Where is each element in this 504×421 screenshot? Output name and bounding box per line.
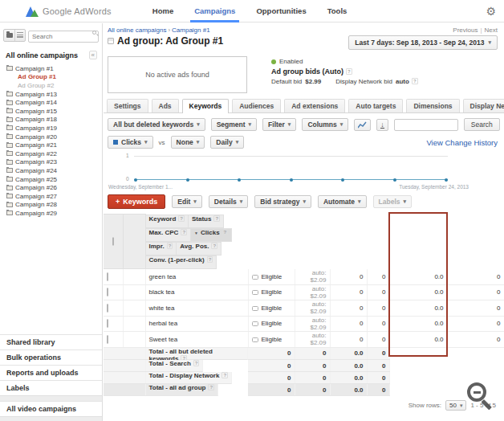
graph-toggle-button[interactable] [354, 119, 371, 131]
tree-item-campaign[interactable]: Campaign #26 [0, 183, 102, 192]
show-rows-select[interactable]: 50 [445, 400, 466, 411]
keyword-cell[interactable]: green tea [145, 269, 248, 285]
tree-item-campaign[interactable]: Campaign #28 [0, 201, 102, 210]
gear-icon[interactable]: ⚙ [486, 6, 496, 17]
row-checkbox[interactable] [107, 335, 108, 344]
date-range-button[interactable]: Last 7 days: Sep 18, 2013 - Sep 24, 2013 [348, 35, 498, 50]
keyword-cell[interactable]: herbal tea [145, 316, 248, 332]
sidebar-item-labels[interactable]: Labels [0, 380, 102, 395]
primary-metric-dropdown[interactable]: Clicks [108, 136, 153, 149]
keyword-cell[interactable]: black tea [145, 284, 248, 300]
keyword-cell[interactable]: white tea [145, 300, 248, 317]
row-select-cell[interactable] [104, 269, 123, 285]
tree-item-campaign[interactable]: Campaign #24 [0, 166, 102, 175]
edit-dropdown[interactable]: Edit [172, 195, 202, 208]
row-select-cell[interactable] [104, 300, 123, 317]
details-dropdown[interactable]: Details [209, 195, 248, 208]
tab-auto-targets[interactable]: Auto targets [348, 99, 403, 112]
tree-item-campaign[interactable]: Campaign #22 [0, 149, 102, 158]
tree-item-adgroup[interactable]: Ad Group #2 [0, 81, 102, 90]
automate-dropdown[interactable]: Automate [318, 195, 367, 208]
status-dot-header[interactable] [123, 215, 145, 269]
secondary-metric-dropdown[interactable]: None [171, 136, 205, 149]
tab-keywords[interactable]: Keywords [182, 99, 230, 113]
col-status[interactable]: Status [189, 215, 224, 228]
col-avg-pos[interactable]: Avg. Pos. [177, 242, 222, 255]
display-bid-value[interactable]: auto [396, 78, 418, 85]
select-all-header[interactable] [104, 215, 123, 269]
max-cpc-cell[interactable]: auto: $2.09 [295, 284, 330, 300]
tab-settings[interactable]: Settings [107, 99, 148, 112]
tree-item-adgroup-selected[interactable]: Ad Group #1 [0, 73, 102, 82]
max-cpc-cell[interactable]: auto: $2.09 [295, 316, 330, 332]
col-clicks-sorted[interactable]: Clicks [191, 228, 232, 242]
nav-campaigns[interactable]: Campaigns [184, 0, 246, 22]
sidebar-item-bulk-operations[interactable]: Bulk operations [0, 349, 102, 365]
tab-ad-extensions[interactable]: Ad extensions [284, 99, 345, 112]
col-impr[interactable]: Impr. [146, 242, 177, 255]
breadcrumb-campaign-1[interactable]: Campaign #1 [172, 27, 210, 34]
all-campaigns-label[interactable]: All online campaigns [6, 51, 78, 59]
collapse-sidebar-icon[interactable] [89, 51, 97, 59]
keyword-cell[interactable]: Sweet tea [145, 332, 248, 348]
select-all-checkbox[interactable] [112, 237, 114, 246]
nav-opportunities[interactable]: Opportunities [246, 0, 316, 22]
segment-dropdown[interactable]: Segment [211, 118, 257, 131]
row-checkbox[interactable] [107, 319, 108, 328]
sidebar-search-input[interactable] [28, 31, 99, 43]
tree-item-campaign[interactable]: Campaign #27 [0, 192, 102, 201]
tab-ads[interactable]: Ads [152, 99, 179, 112]
tree-item-campaign[interactable]: Campaign #23 [0, 158, 102, 167]
next-link[interactable]: Next [485, 27, 498, 34]
adwords-logo-icon [26, 6, 39, 17]
row-checkbox[interactable] [107, 272, 108, 281]
tree-item-campaign[interactable]: Campaign #21 [0, 141, 102, 149]
row-select-cell[interactable] [104, 332, 123, 348]
keyword-search-input[interactable] [394, 119, 458, 131]
row-select-cell[interactable] [104, 316, 123, 332]
nav-tools[interactable]: Tools [317, 0, 358, 22]
max-cpc-cell[interactable]: auto: $2.09 [295, 300, 330, 317]
row-checkbox[interactable] [107, 288, 108, 296]
col-conv[interactable]: Conv. (1-per-click) [146, 255, 217, 269]
tree-item-campaign[interactable]: Campaign #13 [0, 90, 102, 99]
sidebar-item-reports-uploads[interactable]: Reports and uploads [0, 365, 102, 380]
tree-item-campaign[interactable]: Campaign #1 [0, 64, 102, 73]
previous-link[interactable]: Previous [453, 27, 478, 34]
interval-dropdown[interactable]: Daily [210, 136, 244, 149]
tree-item-campaign[interactable]: Campaign #14 [0, 98, 102, 107]
folder-view-button[interactable] [4, 30, 14, 41]
default-bid-value[interactable]: $2.99 [305, 78, 321, 85]
row-select-cell[interactable] [104, 284, 123, 300]
tree-item-campaign[interactable]: Campaign #20 [0, 133, 102, 141]
filter-dropdown[interactable]: Filter [262, 118, 296, 131]
list-view-button[interactable] [14, 30, 25, 41]
tree-item-campaign[interactable]: Campaign #15 [0, 107, 102, 116]
view-change-history-link[interactable]: View Change History [426, 138, 498, 147]
negative-keywords-toggle[interactable]: Negative keywords [104, 412, 504, 421]
tree-item-campaign[interactable]: Campaign #18 [0, 116, 102, 125]
max-cpc-cell[interactable]: auto: $2.09 [295, 332, 330, 348]
search-button[interactable]: Search [464, 118, 500, 131]
breadcrumb-all-campaigns[interactable]: All online campaigns [108, 27, 166, 34]
bid-strategy-dropdown[interactable]: Bid strategy [254, 195, 311, 208]
tab-display-network[interactable]: Display Network [463, 99, 504, 112]
keyword-scope-dropdown[interactable]: All but deleted keywords [108, 118, 205, 131]
sidebar-item-shared-library[interactable]: Shared library [0, 334, 102, 349]
col-max-cpc[interactable]: Max. CPC [146, 228, 192, 242]
tab-audiences[interactable]: Audiences [232, 99, 281, 112]
row-checkbox[interactable] [107, 304, 108, 313]
download-button[interactable]: ↓ [376, 119, 388, 131]
max-cpc-cell[interactable]: auto: $2.09 [295, 269, 330, 285]
tab-dimensions[interactable]: Dimensions [406, 99, 459, 112]
tree-item-campaign[interactable]: Campaign #25 [0, 175, 102, 184]
col-keyword[interactable]: Keyword [146, 215, 189, 228]
adwords-logo[interactable]: Google AdWords [26, 6, 112, 17]
tree-item-campaign[interactable]: Campaign #19 [0, 124, 102, 133]
enabled-label[interactable]: Enabled [279, 58, 303, 65]
sidebar-item-video-campaigns[interactable]: All video campaigns [0, 401, 102, 416]
columns-dropdown[interactable]: Columns [302, 118, 348, 131]
add-keywords-button[interactable]: Keywords [108, 194, 165, 209]
nav-home[interactable]: Home [142, 0, 184, 22]
tree-item-campaign[interactable]: Campaign #29 [0, 209, 102, 218]
